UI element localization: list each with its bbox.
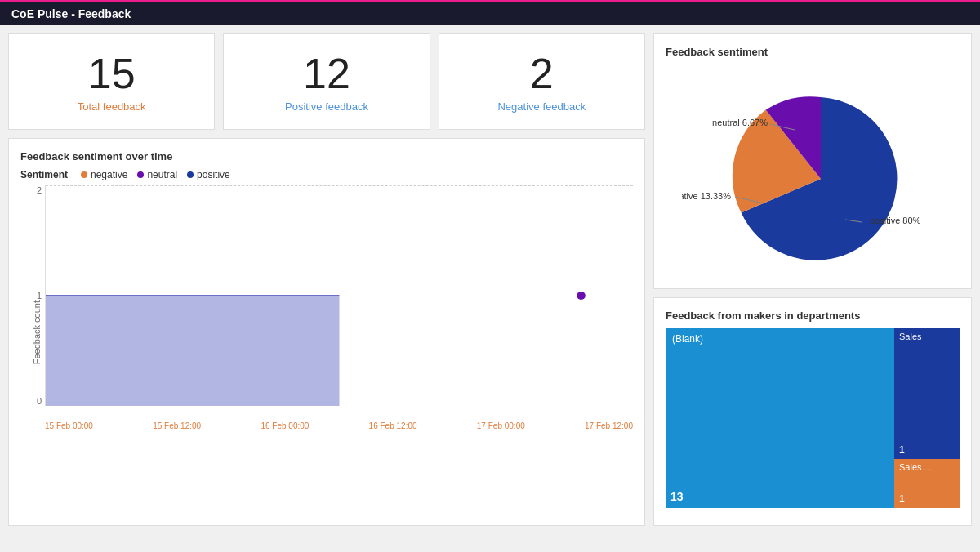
sentiment-chart-card: Feedback sentiment over time Sentiment n… [8,138,645,526]
grid-line-2 [46,185,633,186]
treemap-blank-label: (Blank) [672,333,703,345]
kpi-negative-number: 2 [530,51,554,97]
kpi-positive-number: 12 [303,51,350,97]
right-panel: Feedback sentiment positive 80% [653,33,972,526]
x-label-1: 15 Feb 12:00 [153,421,201,430]
pie-neutral-label: neutral 6.67% [712,118,768,127]
y-axis-title: Feedback count [32,300,42,364]
positive-area [46,296,340,406]
pie-title: Feedback sentiment [666,46,960,58]
x-label-2: 16 Feb 00:00 [261,421,309,430]
y-axis-labels: 2 1 0 [20,185,45,406]
legend-negative-label: negative [91,169,127,180]
pie-svg: positive 80% negative 13.33% neutral 6.6… [682,65,943,277]
chart-plot-area: Feedback count [45,185,633,406]
sentiment-chart-title: Feedback sentiment over time [20,150,633,162]
kpi-negative: 2 Negative feedback [439,33,645,130]
treemap-section: Feedback from makers in departments (Bla… [653,297,972,526]
y-label-1: 1 [37,291,42,300]
treemap-side: Sales 1 Sales ... 1 [894,328,960,508]
main-content: 15 Total feedback 12 Positive feedback 2… [0,25,980,548]
pie-container: positive 80% negative 13.33% neutral 6.6… [666,65,960,277]
treemap-sales-label: Sales [899,332,955,341]
x-label-3: 16 Feb 12:00 [369,421,417,430]
left-panel: 15 Total feedback 12 Positive feedback 2… [8,33,645,526]
kpi-negative-label: Negative feedback [497,100,586,113]
grid-line-1 [46,296,633,296]
legend-row: Sentiment negative neutral positive [20,169,633,180]
legend-neutral-label: neutral [147,169,177,180]
treemap-title: Feedback from makers in departments [666,309,960,322]
legend-label: Sentiment [20,169,68,180]
legend-negative: negative [81,169,127,180]
treemap-sales-count: 1 [899,444,955,456]
x-label-5: 17 Feb 12:00 [585,421,633,430]
y-label-2: 2 [37,185,42,195]
neutral-dot [137,171,144,178]
x-axis-labels: 15 Feb 00:00 15 Feb 12:00 16 Feb 00:00 1… [45,421,633,430]
kpi-total-number: 15 [88,51,136,97]
kpi-positive-label: Positive feedback [285,100,368,113]
treemap-blank-count: 13 [670,490,889,503]
kpi-total-label: Total feedback [78,100,146,113]
x-label-4: 17 Feb 00:00 [477,421,525,430]
kpi-total: 15 Total feedback [8,33,215,130]
treemap-sales2-label: Sales ... [899,462,955,472]
app-title: CoE Pulse - Feedback [11,7,131,20]
treemap-sales2-count: 1 [899,493,955,505]
legend-neutral: neutral [137,169,177,180]
treemap-sales: Sales 1 [894,328,960,459]
top-bar: CoE Pulse - Feedback [0,0,980,25]
legend-positive: positive [187,169,230,180]
x-label-0: 15 Feb 00:00 [45,421,93,430]
area-chart-container: 2 1 0 Feedback count [20,185,633,430]
pie-negative-label: negative 13.33% [682,191,731,201]
kpi-row: 15 Total feedback 12 Positive feedback 2… [8,33,645,130]
positive-dot [187,171,194,178]
negative-dot [81,171,87,178]
legend-positive-label: positive [197,169,230,180]
pie-positive-label: positive 80% [870,216,921,225]
treemap-sales2: Sales ... 1 [894,459,960,508]
treemap-blank: (Blank) 13 [666,328,894,508]
treemap-container: (Blank) 13 Sales 1 Sales ... 1 [666,328,960,508]
y-label-0: 0 [37,396,42,406]
pie-section: Feedback sentiment positive 80% [653,33,972,289]
kpi-positive: 12 Positive feedback [223,33,430,130]
